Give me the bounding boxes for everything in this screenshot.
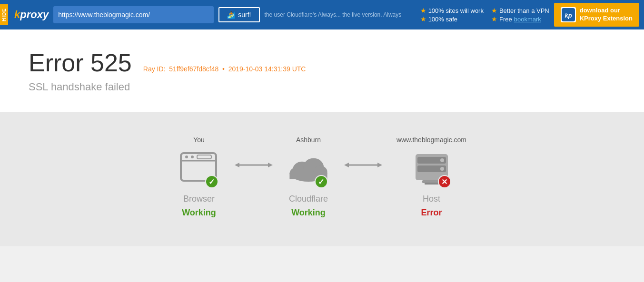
surf-button[interactable]: 🏄 surf! bbox=[218, 7, 259, 22]
promo-block-left: ★ 100% sites will work ★ 100% safe bbox=[420, 7, 484, 23]
timestamp: 2019-10-03 14:31:39 UTC bbox=[228, 65, 306, 73]
svg-marker-8 bbox=[235, 163, 239, 167]
promo-block-right: ★ Better than a VPN ★ Free bookmark bbox=[491, 7, 549, 23]
browser-status: Working bbox=[182, 208, 216, 218]
promo-text: the user Cloudflare's Always... the live… bbox=[265, 11, 416, 18]
ray-id: 51ff9ef67fd8cf48 bbox=[169, 65, 218, 73]
surf-label: surf! bbox=[238, 11, 251, 19]
promo-text-3: Better than a VPN bbox=[499, 7, 549, 14]
ray-prefix: Ray ID: bbox=[143, 65, 166, 73]
bookmark-link[interactable]: bookmark bbox=[514, 16, 541, 23]
error-section: Error 525 Ray ID: 51ff9ef67fd8cf48 • 201… bbox=[0, 29, 644, 112]
arrow-icon-2 bbox=[344, 158, 382, 172]
node-ashburn-label: Ashburn bbox=[296, 136, 321, 144]
download-icon-box: kp bbox=[561, 7, 576, 22]
arrow-icon-1 bbox=[235, 158, 273, 172]
error-code: Error 525 bbox=[29, 49, 132, 77]
url-input[interactable] bbox=[53, 6, 214, 23]
surf-icon: 🏄 bbox=[227, 11, 235, 19]
star-icon-4: ★ bbox=[491, 15, 497, 23]
svg-point-4 bbox=[185, 156, 188, 158]
cloud-check-badge: ✓ bbox=[315, 175, 328, 188]
diagram-area: You ✓ Browser Working bbox=[0, 112, 644, 246]
kproxy-logo: kproxy bbox=[14, 9, 49, 21]
star-icon-1: ★ bbox=[420, 7, 426, 14]
kproxy-ext-icon: kp bbox=[562, 8, 575, 21]
promo-item-2: ★ 100% safe bbox=[420, 15, 484, 23]
download-button[interactable]: kp download ourKProxy Extension bbox=[554, 3, 639, 27]
hide-tab[interactable]: HIDE bbox=[0, 4, 8, 25]
promo-text-4: Free bbox=[499, 16, 512, 23]
browser-check-badge: ✓ bbox=[205, 175, 218, 188]
bullet: • bbox=[222, 65, 225, 73]
cloudflare-name: Cloudflare bbox=[289, 194, 328, 204]
promo-right: ★ 100% sites will work ★ 100% safe ★ Bet… bbox=[420, 7, 549, 23]
host-name: Host bbox=[423, 194, 440, 204]
ssl-subtitle: SSL handshake failed bbox=[29, 81, 615, 93]
kproxy-header: HIDE kproxy 🏄 surf! the user Cloudflare'… bbox=[0, 0, 644, 29]
promo-text-1: 100% sites will work bbox=[428, 7, 484, 14]
promo-item-1: ★ 100% sites will work bbox=[420, 7, 484, 14]
node-cloudflare: Ashburn ✓ Cloudflare Working bbox=[287, 136, 330, 218]
svg-rect-6 bbox=[197, 155, 211, 159]
promo-item-3: ★ Better than a VPN bbox=[491, 7, 549, 14]
node-host: www.theblogmagic.com ✕ Host Error bbox=[396, 136, 466, 218]
host-error-badge: ✕ bbox=[438, 175, 451, 188]
svg-marker-17 bbox=[377, 163, 382, 167]
arrow-cloud-host bbox=[344, 158, 382, 196]
svg-point-5 bbox=[191, 156, 194, 158]
svg-point-21 bbox=[440, 158, 444, 162]
node-browser: You ✓ Browser Working bbox=[178, 136, 220, 218]
node-host-label: www.theblogmagic.com bbox=[396, 136, 466, 144]
host-status: Error bbox=[421, 208, 442, 218]
star-icon-3: ★ bbox=[491, 7, 497, 14]
node-you-label: You bbox=[193, 136, 205, 144]
promo-item-4: ★ Free bookmark bbox=[491, 15, 549, 23]
svg-text:kp: kp bbox=[565, 12, 572, 19]
host-icon-wrap: ✕ bbox=[410, 147, 453, 190]
promo-text-2: 100% safe bbox=[428, 16, 457, 23]
svg-marker-9 bbox=[268, 163, 273, 167]
svg-marker-16 bbox=[344, 163, 349, 167]
cloudflare-status: Working bbox=[291, 208, 326, 218]
browser-name: Browser bbox=[183, 194, 215, 204]
download-label: download ourKProxy Extension bbox=[580, 7, 633, 23]
svg-rect-24 bbox=[425, 183, 439, 185]
svg-point-22 bbox=[440, 167, 444, 171]
cloudflare-icon-wrap: ✓ bbox=[287, 147, 330, 190]
arrow-browser-cloud bbox=[235, 158, 273, 196]
browser-icon-wrap: ✓ bbox=[178, 147, 220, 190]
nodes-row: You ✓ Browser Working bbox=[178, 136, 466, 218]
error-title: Error 525 Ray ID: 51ff9ef67fd8cf48 • 201… bbox=[29, 49, 615, 77]
star-icon-2: ★ bbox=[420, 15, 426, 23]
ray-info: Ray ID: 51ff9ef67fd8cf48 • 2019-10-03 14… bbox=[143, 65, 306, 73]
